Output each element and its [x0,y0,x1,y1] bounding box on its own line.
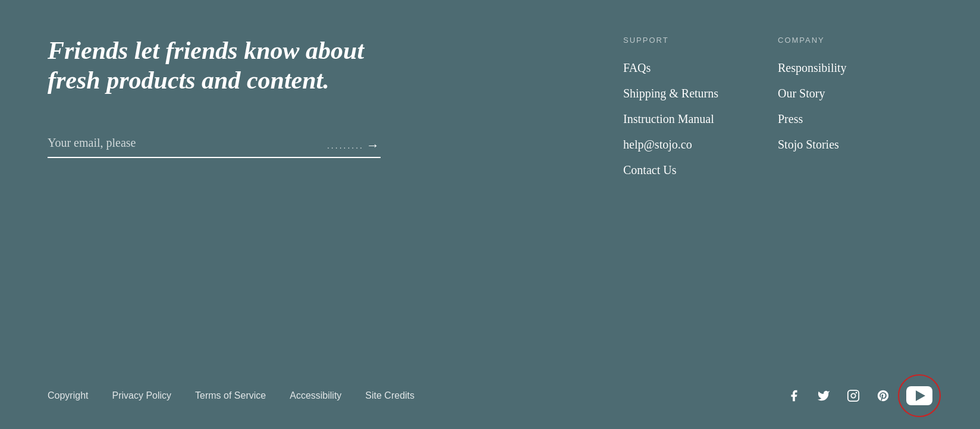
youtube-icon[interactable] [906,386,932,405]
svg-point-1 [851,393,855,398]
footer-left: Friends let friends know about fresh pro… [48,36,416,339]
twitter-icon[interactable] [817,389,830,402]
support-link-email[interactable]: help@stojo.co [623,138,692,151]
support-link-faqs[interactable]: FAQs [623,61,651,74]
company-link-responsibility[interactable]: Responsibility [778,61,847,74]
footer-headline: Friends let friends know about fresh pro… [48,36,381,96]
submit-button[interactable]: ......... → [327,138,381,153]
support-links: FAQs Shipping & Returns Instruction Manu… [623,61,778,177]
submit-arrow: → [366,138,381,153]
support-link-shipping[interactable]: Shipping & Returns [623,87,718,100]
accessibility-link[interactable]: Accessibility [290,390,341,401]
company-link-stojo-stories[interactable]: Stojo Stories [778,138,839,151]
privacy-policy-link[interactable]: Privacy Policy [112,390,171,401]
email-form: ......... → [48,131,381,158]
support-column: SUPPORT FAQs Shipping & Returns Instruct… [623,36,778,339]
footer-nav: SUPPORT FAQs Shipping & Returns Instruct… [440,36,932,339]
list-item: Shipping & Returns [623,87,778,100]
instagram-icon[interactable] [847,389,860,402]
company-link-press[interactable]: Press [778,112,803,125]
list-item: Our Story [778,87,932,100]
company-links: Responsibility Our Story Press Stojo Sto… [778,61,932,152]
company-column: COMPANY Responsibility Our Story Press S… [778,36,932,339]
terms-of-service-link[interactable]: Terms of Service [195,390,266,401]
footer-top: Friends let friends know about fresh pro… [48,36,932,339]
company-link-our-story[interactable]: Our Story [778,87,825,100]
list-item: FAQs [623,61,778,75]
site-credits-link[interactable]: Site Credits [365,390,414,401]
footer-bottom: Copyright Privacy Policy Terms of Servic… [48,362,932,405]
list-item: Instruction Manual [623,112,778,126]
social-icons [787,386,932,405]
submit-dots: ......... [327,141,364,150]
pinterest-icon[interactable] [877,389,890,402]
support-link-contact[interactable]: Contact Us [623,163,676,176]
list-item: Press [778,112,932,126]
list-item: Responsibility [778,61,932,75]
youtube-wrapper [906,386,932,405]
footer-bottom-links: Copyright Privacy Policy Terms of Servic… [48,390,414,401]
svg-point-2 [856,392,857,394]
copyright-link[interactable]: Copyright [48,390,88,401]
svg-rect-0 [848,390,859,401]
list-item: help@stojo.co [623,138,778,152]
list-item: Stojo Stories [778,138,932,152]
list-item: Contact Us [623,163,778,177]
support-link-manual[interactable]: Instruction Manual [623,112,714,125]
company-column-title: COMPANY [778,36,932,45]
youtube-button [906,386,932,405]
facebook-icon[interactable] [787,389,800,402]
support-column-title: SUPPORT [623,36,778,45]
footer: Friends let friends know about fresh pro… [0,0,980,429]
